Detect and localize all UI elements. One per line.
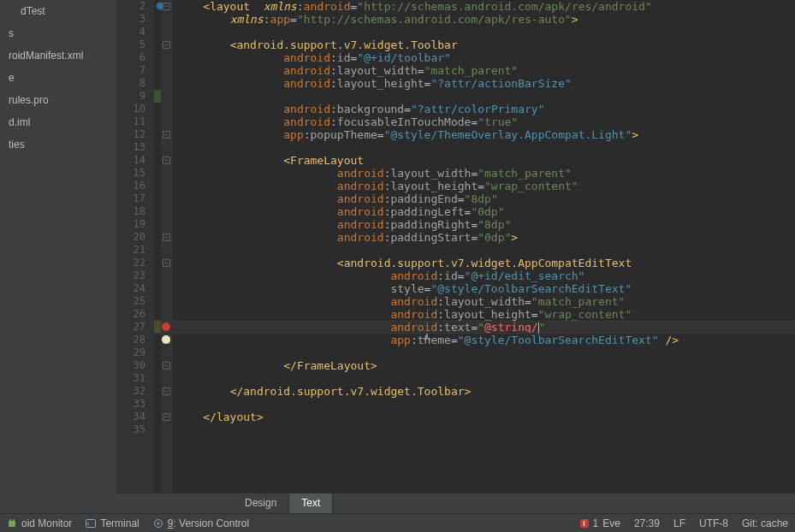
fold-toggle-icon[interactable]: −: [163, 362, 170, 369]
line-number[interactable]: 13: [116, 141, 145, 154]
fold-toggle-icon[interactable]: −: [163, 41, 170, 49]
line-number[interactable]: 4: [116, 26, 145, 38]
code-text-area[interactable]: <layout xmlns:android="http://schemas.an…: [173, 0, 795, 493]
line-number[interactable]: 29: [116, 346, 145, 359]
tab-text[interactable]: Text: [289, 494, 333, 513]
line-number[interactable]: 20: [116, 231, 145, 244]
code-line[interactable]: android:layout_height="wrap_content": [173, 308, 795, 321]
status-line-separator[interactable]: LF: [673, 517, 685, 529]
project-tree-node[interactable]: d.iml: [0, 115, 116, 130]
fold-toggle-icon[interactable]: −: [163, 387, 170, 395]
project-tree-node[interactable]: s: [0, 26, 116, 41]
code-line[interactable]: [173, 141, 795, 154]
line-number[interactable]: 18: [116, 205, 145, 218]
code-line[interactable]: android:text="@string/": [173, 321, 795, 334]
line-number[interactable]: 11: [116, 115, 145, 128]
code-line[interactable]: app:popupTheme="@style/ThemeOverlay.AppC…: [173, 128, 795, 141]
line-number[interactable]: 14: [116, 154, 145, 167]
status-git-branch[interactable]: Git: cache: [742, 517, 788, 529]
code-line[interactable]: </layout>: [173, 411, 795, 423]
line-number[interactable]: 21: [116, 244, 145, 257]
code-line[interactable]: </FrameLayout>: [173, 359, 795, 372]
code-line[interactable]: [173, 90, 795, 103]
project-tree-sidebar[interactable]: dTestsroidManifest.xmlerules.prod.imltie…: [0, 0, 116, 513]
code-line[interactable]: [173, 244, 795, 257]
status-caret-position[interactable]: 27:39: [634, 517, 660, 529]
code-line[interactable]: android:id="@+id/edit_search": [173, 269, 795, 282]
code-line[interactable]: android:layout_width="match_parent": [173, 295, 795, 308]
line-number[interactable]: 10: [116, 103, 145, 115]
line-number[interactable]: 3: [116, 13, 145, 26]
line-number[interactable]: 30: [116, 359, 145, 372]
line-number[interactable]: 23: [116, 269, 145, 282]
fold-toggle-icon[interactable]: −: [163, 3, 170, 10]
error-gutter-icon[interactable]: [162, 322, 170, 331]
intention-bulb-icon[interactable]: [162, 335, 170, 344]
line-number[interactable]: 32: [116, 385, 145, 398]
project-tree-node[interactable]: dTest: [0, 3, 116, 19]
code-line[interactable]: [173, 372, 795, 385]
line-number[interactable]: 31: [116, 372, 145, 385]
code-line[interactable]: android:layout_height="?attr/actionBarSi…: [173, 77, 795, 90]
line-number[interactable]: 35: [116, 423, 145, 436]
code-line[interactable]: style="@style/ToolbarSearchEditText": [173, 282, 795, 295]
line-number[interactable]: 2: [116, 0, 145, 13]
tool-window-terminal[interactable]: Terminal: [86, 517, 139, 529]
code-line[interactable]: android:paddingStart="0dp">: [173, 231, 795, 244]
line-number[interactable]: 34: [116, 411, 145, 423]
line-number-gutter[interactable]: 2345678910111213141516171819202122232425…: [116, 0, 154, 493]
line-number[interactable]: 24: [116, 282, 145, 295]
status-encoding[interactable]: UTF-8: [699, 517, 728, 529]
code-line[interactable]: [173, 398, 795, 411]
line-number[interactable]: 33: [116, 398, 145, 411]
line-number[interactable]: 17: [116, 192, 145, 205]
tool-window-version-control[interactable]: 9: Version Control: [153, 517, 249, 529]
fold-toggle-icon[interactable]: −: [163, 413, 170, 421]
line-number[interactable]: 5: [116, 38, 145, 51]
code-line[interactable]: android:paddingLeft="0dp": [173, 205, 795, 218]
code-line[interactable]: android:layout_width="match_parent": [173, 64, 795, 77]
code-line[interactable]: android:focusableInTouchMode="true": [173, 115, 795, 128]
code-line[interactable]: android:paddingEnd="8dp": [173, 192, 795, 205]
line-number[interactable]: 9: [116, 90, 145, 103]
line-number[interactable]: 27: [116, 321, 145, 334]
project-tree-node[interactable]: e: [0, 70, 116, 86]
code-line[interactable]: android:background="?attr/colorPrimary": [173, 103, 795, 115]
code-line[interactable]: <android.support.v7.widget.Toolbar: [173, 38, 795, 51]
code-line[interactable]: [173, 346, 795, 359]
tab-design[interactable]: Design: [233, 494, 289, 513]
line-number[interactable]: 7: [116, 64, 145, 77]
tool-window-android-monitor[interactable]: oid Monitor: [7, 517, 72, 529]
line-number[interactable]: 8: [116, 77, 145, 90]
code-line[interactable]: android:layout_width="match_parent": [173, 167, 795, 180]
code-line[interactable]: <layout xmlns:android="http://schemas.an…: [173, 0, 795, 13]
fold-gutter[interactable]: −−−−−−−−−−: [161, 0, 173, 493]
code-line[interactable]: android:layout_height="wrap_content": [173, 180, 795, 192]
line-number[interactable]: 15: [116, 167, 145, 180]
code-line[interactable]: android:paddingRight="8dp": [173, 218, 795, 231]
line-number[interactable]: 26: [116, 308, 145, 321]
code-line[interactable]: </android.support.v7.widget.Toolbar>: [173, 385, 795, 398]
code-line[interactable]: xmlns:app="http://schemas.android.com/ap…: [173, 13, 795, 26]
line-number[interactable]: 6: [116, 51, 145, 64]
project-tree-node[interactable]: rules.pro: [0, 92, 116, 108]
code-line[interactable]: app:theme="@style/ToolbarSearchEditText"…: [173, 334, 795, 346]
code-line[interactable]: [173, 423, 795, 436]
line-number[interactable]: 22: [116, 257, 145, 269]
fold-toggle-icon[interactable]: −: [163, 259, 170, 267]
fold-toggle-icon[interactable]: −: [163, 233, 170, 241]
code-line[interactable]: <FrameLayout: [173, 154, 795, 167]
line-number[interactable]: 19: [116, 218, 145, 231]
fold-toggle-icon[interactable]: −: [163, 157, 170, 164]
code-line[interactable]: android:id="@+id/toolbar": [173, 51, 795, 64]
line-number[interactable]: 16: [116, 180, 145, 192]
code-line[interactable]: [173, 26, 795, 38]
line-number[interactable]: 28: [116, 334, 145, 346]
project-tree-node[interactable]: ties: [0, 137, 116, 152]
line-number[interactable]: 25: [116, 295, 145, 308]
code-line[interactable]: <android.support.v7.widget.AppCompatEdit…: [173, 257, 795, 269]
status-error-indicator[interactable]: ! 1 Eve: [580, 517, 620, 529]
fold-toggle-icon[interactable]: −: [163, 131, 170, 139]
line-number[interactable]: 12: [116, 128, 145, 141]
project-tree-node[interactable]: roidManifest.xml: [0, 48, 116, 63]
